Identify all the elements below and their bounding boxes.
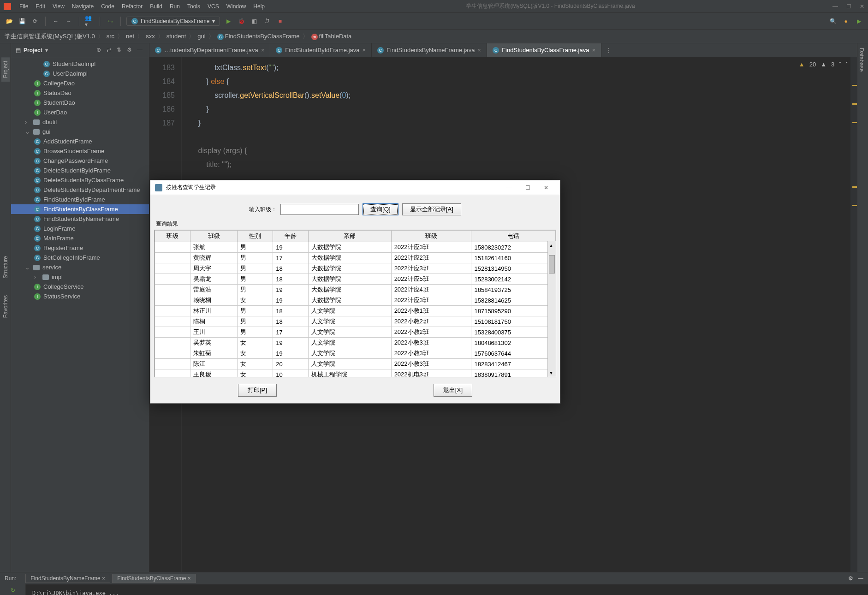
tree-node[interactable]: IStatusDao [11,88,149,98]
tree-node[interactable]: CAddStudentFrame [11,137,149,146]
tree-node[interactable]: CSetCollegeInfoFrame [11,253,149,262]
menu-edit[interactable]: Edit [32,3,49,10]
close-icon[interactable]: ✕ [860,3,864,10]
table-row[interactable]: 张航男19大数据学院2022计应3班15808230272 [155,242,556,253]
menu-help[interactable]: Help [250,3,268,10]
tree-node[interactable]: CBrowseStudentsFrame [11,146,149,156]
column-header[interactable]: 班级 [190,231,238,242]
tree-node[interactable]: CDeleteStudentByIdFrame [11,166,149,175]
tree-node[interactable]: CUserDaoImpl [11,69,149,78]
editor-tab-3[interactable]: CFindStudentsByClassFrame.java× [487,43,601,57]
menu-window[interactable]: Window [223,3,250,10]
run-tab-1[interactable]: FindStudentsByClassFrame × [112,574,196,583]
reload-icon[interactable]: ⟳ [30,17,40,26]
chevron-down-icon[interactable]: ▾ [45,47,48,54]
run-tab-0[interactable]: FindStudentsByNameFrame × [25,574,110,583]
rerun-icon[interactable]: ↻ [11,587,15,594]
tree-node[interactable]: ICollegeDao [11,78,149,88]
menu-view[interactable]: View [49,3,68,10]
table-row[interactable]: 赖晓桐女19大数据学院2022计应3班15828814625 [155,295,556,306]
crumb-6[interactable]: CFindStudentsByClassFrame [217,33,300,40]
tree-node[interactable]: CDeleteStudentsByDepartmentFrame [11,185,149,195]
tree-node[interactable]: ›dbutil [11,117,149,127]
minimize-icon[interactable]: — [832,3,838,10]
profile-icon[interactable]: ⏱ [262,17,272,26]
collapse-icon[interactable]: ⇅ [117,47,124,54]
notify-icon[interactable]: ● [841,17,850,26]
build-icon[interactable]: ⮑ [106,17,115,26]
maximize-icon[interactable]: ☐ [518,184,537,191]
avatar-icon[interactable]: 👥▾ [85,17,94,26]
menu-navigate[interactable]: Navigate [68,3,97,10]
menu-refactor[interactable]: Refactor [118,3,146,10]
results-table[interactable]: 班级班级性别年龄系部班级电话 张航男19大数据学院2022计应3班1580823… [155,230,556,377]
class-input[interactable] [280,204,359,215]
tree-node[interactable]: IStudentDao [11,98,149,107]
scrollbar-thumb[interactable] [549,255,555,274]
maximize-icon[interactable]: ☐ [846,3,851,10]
expand-icon[interactable]: ⇄ [107,47,114,54]
menu-vcs[interactable]: VCS [204,3,223,10]
table-row[interactable]: 王良瑷女10机械工程学院2022机电3班18380917891 [155,369,556,378]
table-row[interactable]: 陈江女20人文学院2022小教3班18283412467 [155,359,556,369]
query-button[interactable]: 查询[Q] [363,203,398,215]
tree-node[interactable]: CLoginFrame [11,224,149,233]
crumb-7[interactable]: mfillTableData [311,33,352,40]
more-tabs-icon[interactable]: ⋮ [601,43,616,57]
open-icon[interactable]: 📂 [5,17,14,26]
database-toolwindow-tab[interactable]: Database [857,43,866,76]
tree-node[interactable]: CFindStudentsByClassFrame [11,204,149,214]
tree-node[interactable]: ›impl [11,272,149,282]
editor-tab-2[interactable]: CFindStudentsByNameFrame.java× [372,43,487,57]
table-row[interactable]: 朱虹菊女19人文学院2022小教3班15760637644 [155,348,556,359]
column-header[interactable]: 电话 [471,231,556,242]
crumb-1[interactable]: src [107,33,114,40]
menu-build[interactable]: Build [146,3,166,10]
chevron-up-icon[interactable]: ˆ [839,61,841,68]
close-icon[interactable]: × [592,47,595,54]
stop-icon[interactable]: ■ [275,17,285,26]
forward-icon[interactable]: → [64,17,73,26]
gear-icon[interactable]: ⚙ [848,575,853,582]
close-icon[interactable]: × [478,47,482,54]
close-icon[interactable]: × [261,47,265,54]
print-button[interactable]: 打印[P] [238,384,277,397]
table-row[interactable]: 吴梦英女19人文学院2022小教3班18048681302 [155,338,556,348]
tree-node[interactable]: CRegisterFrame [11,243,149,253]
close-icon[interactable]: ✕ [537,184,555,191]
column-header[interactable]: 系部 [309,231,391,242]
tree-node[interactable]: CChangePasswordFrame [11,156,149,166]
tree-node[interactable]: CMainFrame [11,233,149,243]
run-icon[interactable]: ▶ [224,17,233,26]
close-icon[interactable]: × [188,575,191,582]
project-tree[interactable]: CStudentDaoImplCUserDaoImplICollegeDaoIS… [11,57,149,572]
menu-file[interactable]: File [16,3,32,10]
exit-button[interactable]: 退出[X] [434,384,472,397]
crumb-3[interactable]: sxx [146,33,155,40]
show-all-button[interactable]: 显示全部记录[A] [402,203,461,215]
tree-node[interactable]: ICollegeService [11,282,149,292]
minimize-icon[interactable]: — [500,184,518,191]
tree-node[interactable]: IStatusService [11,292,149,301]
tree-node[interactable]: ⌄gui [11,127,149,137]
debug-icon[interactable]: 🐞 [237,17,246,26]
tree-node[interactable]: CFindStudentsByNameFrame [11,214,149,224]
save-icon[interactable]: 💾 [18,17,27,26]
marker-bar[interactable] [850,57,857,572]
column-header[interactable]: 班级 [391,231,471,242]
project-toolwindow-tab[interactable]: Project [1,57,10,82]
table-row[interactable]: 王川男17人文学院2022小教2班15328400375 [155,327,556,338]
structure-toolwindow-tab[interactable]: Structure [1,252,10,282]
menu-tools[interactable]: Tools [184,3,204,10]
close-icon[interactable]: × [363,47,366,54]
tree-node[interactable]: IUserDao [11,107,149,117]
tree-node[interactable]: CStudentDaoImpl [11,59,149,69]
table-row[interactable]: 雷庭浩男19大数据学院2022计应4班18584193725 [155,285,556,295]
editor-tab-1[interactable]: CFindStudentByIdFrame.java× [270,43,372,57]
hide-icon[interactable]: — [137,47,144,54]
back-icon[interactable]: ← [51,17,60,26]
table-scrollbar[interactable]: ▴ ▾ [547,241,556,377]
table-row[interactable]: 吴霜龙男18大数据学院2022计应5班15283002142 [155,274,556,285]
table-row[interactable]: 林正川男18人文学院2022小教1班18715895290 [155,306,556,316]
scroll-down-icon[interactable]: ▾ [550,369,553,376]
